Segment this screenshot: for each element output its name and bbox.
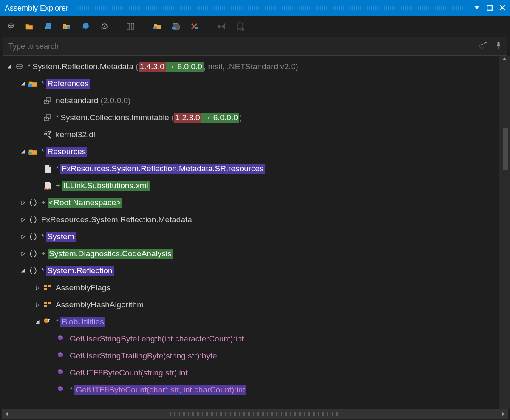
type-name: AssemblyHashAlgorithm: [56, 300, 144, 309]
expand-toggle[interactable]: [34, 301, 41, 309]
scroll-up-icon[interactable]: [502, 57, 507, 61]
expand-toggle[interactable]: [19, 216, 27, 224]
type-node[interactable]: AssemblyFlags: [3, 279, 509, 296]
namespace-node[interactable]: + System.Diagnostics.CodeAnalysis: [3, 245, 509, 262]
changed-marker: *: [41, 232, 44, 241]
search-options-icon[interactable]: [479, 42, 488, 51]
ref-name: netstandard: [56, 96, 98, 105]
namespace-icon: [28, 249, 39, 258]
svg-rect-24: [28, 84, 32, 87]
svg-text:T: T: [48, 318, 50, 323]
expand-toggle[interactable]: [19, 267, 27, 275]
type-name: AssemblyFlags: [56, 283, 110, 292]
namespace-node[interactable]: * System: [3, 228, 509, 245]
scroll-left-icon[interactable]: [5, 411, 9, 417]
svg-point-8: [67, 26, 70, 29]
resources-node[interactable]: * Resources: [3, 143, 509, 160]
open-packages-icon[interactable]: +: [42, 21, 53, 32]
open-nuget-icon[interactable]: +: [61, 21, 72, 32]
compare-icon[interactable]: [125, 21, 136, 32]
vs-icon[interactable]: [216, 21, 227, 32]
changed-marker: *: [56, 317, 59, 326]
method-icon: [56, 351, 67, 360]
method-signature: GetUserStringTrailingByte(string str):by…: [70, 351, 217, 360]
svg-rect-0: [487, 5, 492, 10]
reference-icon: [42, 96, 53, 105]
method-node[interactable]: * GetUTF8ByteCount(char* str, int charCo…: [3, 381, 509, 398]
resource-item[interactable]: XML + ILLink.Substitutions.xml: [3, 177, 509, 194]
namespace-node[interactable]: + <Root Namespace>: [3, 194, 509, 211]
settings-icon[interactable]: +: [98, 21, 109, 32]
expand-toggle[interactable]: [19, 80, 27, 88]
method-node[interactable]: GetUTF8ByteCount(string str):int: [3, 364, 509, 381]
namespace-icon: [28, 198, 39, 207]
svg-text:XML: XML: [44, 187, 51, 190]
method-node[interactable]: GetUserStringTrailingByte(string str):by…: [3, 347, 509, 364]
close-icon[interactable]: [499, 4, 505, 13]
svg-text:+: +: [7, 25, 10, 30]
svg-text:?: ?: [48, 131, 51, 135]
file-icon: [42, 164, 53, 173]
svg-rect-37: [48, 285, 51, 287]
expand-toggle[interactable]: [34, 284, 41, 292]
svg-point-23: [17, 64, 23, 67]
namespace-name: System.Reflection: [46, 266, 113, 276]
expand-toggle[interactable]: [6, 63, 13, 71]
references-label: References: [46, 79, 90, 89]
native-dll-icon: ?: [42, 130, 53, 139]
scroll-right-icon[interactable]: [501, 411, 505, 417]
save-icon[interactable]: [170, 21, 181, 32]
toolbar-separator: [208, 20, 208, 33]
namespace-node[interactable]: FxResources.System.Reflection.Metadata: [3, 211, 509, 228]
horizontal-scrollbar[interactable]: [2, 409, 508, 419]
type-node[interactable]: AssemblyHashAlgorithm: [3, 296, 509, 313]
vertical-scrollbar[interactable]: [499, 56, 510, 409]
method-signature: GetUTF8ByteCount(char* str, int charCoun…: [74, 385, 246, 395]
svg-text:+: +: [100, 25, 103, 30]
changed-marker: *: [41, 266, 44, 275]
add-assembly-icon[interactable]: +: [5, 21, 16, 32]
open-url-icon[interactable]: +: [79, 21, 91, 32]
expand-toggle[interactable]: [19, 199, 27, 207]
export-project-icon[interactable]: [152, 21, 163, 32]
resource-item[interactable]: * FxResources.System.Reflection.Metadata…: [3, 160, 509, 177]
tree[interactable]: * System.Reflection.Metadata ( 1.4.3.0 →…: [0, 56, 510, 401]
folder-ref-icon: [28, 79, 39, 88]
svg-rect-40: [48, 302, 51, 304]
open-folder-icon[interactable]: +: [23, 21, 34, 32]
method-node[interactable]: GetUserStringByteLength(int characterCou…: [3, 330, 509, 347]
svg-rect-16: [131, 23, 134, 29]
titlebar[interactable]: Assembly Explorer: [0, 0, 510, 16]
scroll-thumb[interactable]: [503, 128, 508, 170]
svg-rect-32: [28, 152, 30, 154]
titlebar-grip[interactable]: [74, 6, 469, 10]
enum-icon: [42, 283, 53, 292]
reference-item[interactable]: ? kernel32.dll: [3, 126, 509, 143]
remove-icon[interactable]: [189, 21, 200, 32]
expand-toggle[interactable]: [34, 318, 41, 326]
namespace-name: <Root Namespace>: [48, 198, 122, 208]
type-node[interactable]: T * BlobUtilities: [3, 313, 509, 330]
expand-toggle[interactable]: [19, 148, 27, 156]
svg-rect-33: [30, 152, 32, 154]
pin-icon[interactable]: [496, 42, 502, 51]
reference-item[interactable]: netstandard (2.0.0.0): [3, 92, 509, 109]
expand-toggle[interactable]: [19, 233, 27, 241]
added-marker: +: [56, 181, 60, 190]
pdb-icon[interactable]: PDB: [235, 21, 246, 32]
changed-marker: *: [56, 113, 59, 122]
expand-toggle[interactable]: [19, 250, 27, 258]
svg-text:PDB: PDB: [237, 28, 244, 31]
scroll-track[interactable]: [170, 412, 340, 416]
reference-item[interactable]: * System.Collections.Immutable ( 1.2.3.0…: [3, 109, 509, 126]
namespace-node[interactable]: * System.Reflection: [3, 262, 509, 279]
search-box[interactable]: Type to search: [3, 37, 507, 56]
dropdown-icon[interactable]: [474, 4, 480, 13]
maximize-icon[interactable]: [487, 4, 493, 13]
assembly-node[interactable]: * System.Reflection.Metadata ( 1.4.3.0 →…: [3, 58, 509, 75]
svg-rect-39: [44, 305, 47, 307]
svg-text:+: +: [26, 25, 28, 30]
resources-label: Resources: [46, 147, 87, 157]
tree-panel: * System.Reflection.Metadata ( 1.4.3.0 →…: [0, 56, 510, 409]
references-node[interactable]: * References: [3, 75, 509, 92]
